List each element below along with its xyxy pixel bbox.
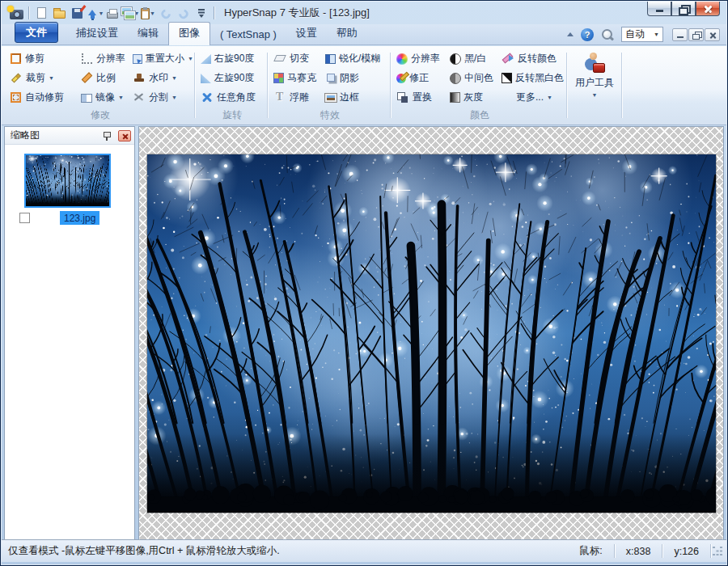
user-tools-button[interactable]: 用户工具 ▼ [569,49,620,98]
thumbnail-checkbox[interactable] [19,213,30,223]
mirror-button[interactable]: 镜像▼ [79,87,131,107]
capture-button[interactable]: ▼ [86,4,104,22]
thumbnail-item[interactable] [24,154,111,208]
emboss-button[interactable]: 浮雕 [272,87,324,107]
group-label-rotate: 旋转 [199,108,265,122]
hypersnap-logo-icon [10,10,23,19]
redo-icon [177,7,190,20]
status-message: 仅查看模式 -鼠标左键平移图像,用Ctrl + 鼠标滑轮放大或缩小. [2,544,280,558]
tab-capture-settings[interactable]: 捕捉设置 [66,23,128,44]
more-colors-button[interactable]: 更多...▼ [500,87,565,107]
watermark-button[interactable]: 水印▼ [131,68,193,87]
resize-button[interactable]: 重置大小▼ [131,49,193,68]
invert-bw-button[interactable]: 反转黑白色 [500,68,565,87]
minimize-button[interactable] [647,2,671,16]
collapse-ribbon-icon[interactable] [567,29,574,36]
doc-close-button[interactable] [705,28,720,41]
restore-button[interactable] [671,2,696,16]
scale-ruler-icon [82,72,92,82]
resolution-ruler-icon [82,53,92,64]
separator [214,6,214,19]
copy-image-button[interactable]: ▼ [121,4,139,22]
hypersnap-window: ▼ ▼ ▼ HyperSnap 7 专业版 - [123.jpg] 文件 捕捉设… [0,0,728,566]
open-folder-icon [53,11,66,19]
auto-crop-button[interactable]: 自动修剪 [8,87,79,107]
group-separator [390,53,391,118]
split-button[interactable]: 分割▼ [131,87,193,107]
separator [28,6,29,19]
scale-button[interactable]: 比例 [79,68,131,87]
workspace: 缩略图 123.jpg [4,126,724,541]
new-button[interactable] [32,4,50,22]
ribbon-group-color: 分辨率 修正 置换 黑/白 中间色 灰度 反转颜色 反转黑白色 更多...▼ 颜… [395,49,565,125]
doc-minimize-button[interactable] [672,28,688,41]
close-button[interactable] [696,2,720,16]
doc-restore-button[interactable] [688,28,704,41]
thumbnail-image[interactable] [26,155,109,206]
mosaic-icon [273,73,284,83]
zoom-magnifier-icon[interactable] [601,28,614,41]
zoom-level-select[interactable]: 自动▼ [621,27,663,42]
paste-clipboard-icon [141,8,150,19]
invert-colors-button[interactable]: 反转颜色 [500,49,565,68]
tab-image[interactable]: 图像 [168,22,210,45]
invert-bw-icon [502,73,512,83]
color-resolution-button[interactable]: 分辨率 [395,49,448,68]
paste-button[interactable]: ▼ [139,4,157,22]
window-controls [647,2,720,16]
grayscale-icon [450,92,460,103]
cut-button[interactable]: 裁剪▼ [8,68,79,87]
capture-upload-icon [86,6,99,19]
resolution-button[interactable]: 分辨率 [79,49,131,68]
tab-textsnap[interactable]: ( TextSnap ) [210,25,286,44]
emboss-icon [273,91,286,103]
midtone-button[interactable]: 中间色 [448,68,500,87]
panel-close-button[interactable] [118,130,131,142]
crop-icon [11,53,21,64]
print-button[interactable] [104,4,121,22]
tab-settings[interactable]: 设置 [286,23,327,44]
mosaic-button[interactable]: 马赛克 [272,68,324,87]
group-separator [194,53,195,118]
sharpen-blur-icon [325,54,336,64]
tab-help[interactable]: 帮助 [327,23,367,44]
free-rotate-button[interactable]: 任意角度 [199,87,265,107]
ribbon-group-modify: 修剪 裁剪▼ 自动修剪 分辨率 比例 镜像▼ 重置大小▼ 水印▼ 分割▼ 修改 [8,49,193,125]
thumbnail-filename[interactable]: 123.jpg [60,211,99,225]
mouse-label: 鼠标: [568,544,613,558]
app-menu-button[interactable] [7,4,25,22]
shadow-icon [327,74,335,82]
tab-file[interactable]: 文件 [15,22,58,43]
save-button[interactable] [68,4,86,22]
help-icon[interactable]: ? [581,28,594,41]
ribbon: 修剪 裁剪▼ 自动修剪 分辨率 比例 镜像▼ 重置大小▼ 水印▼ 分割▼ 修改 [2,46,726,125]
rotate-left-icon [201,74,211,83]
undo-icon [159,7,172,20]
rotate-right-90-button[interactable]: 右旋90度 [199,49,265,68]
color-replace-button[interactable]: 置换 [395,87,448,107]
tab-edit[interactable]: 编辑 [128,23,168,44]
thumbnail-panel-title: 缩略图 [8,129,102,142]
image-canvas-area[interactable] [138,126,724,541]
opened-image[interactable] [147,154,716,513]
grayscale-button[interactable]: 灰度 [448,87,500,107]
sharpen-blur-button[interactable]: 锐化/模糊 [324,49,388,68]
black-white-button[interactable]: 黑/白 [448,49,500,68]
color-correct-button[interactable]: 修正 [395,68,448,87]
shadow-button[interactable]: 阴影 [324,68,388,87]
status-bar: 仅查看模式 -鼠标左键平移图像,用Ctrl + 鼠标滑轮放大或缩小. 鼠标: x… [2,539,726,562]
pin-icon[interactable] [102,130,112,142]
rotate-left-90-button[interactable]: 左旋90度 [199,68,265,87]
ribbon-tab-bar: 文件 捕捉设置 编辑 图像 ( TextSnap ) 设置 帮助 ? 自动▼ [2,24,726,45]
open-button[interactable] [50,4,68,22]
resize-grip[interactable] [711,545,724,558]
toolbar-options-icon [195,6,208,19]
redo-button[interactable] [175,4,193,22]
toolbar-options-button[interactable] [193,4,210,22]
resize-icon [133,54,142,64]
shear-button[interactable]: 切变 [272,49,324,68]
shear-icon [273,55,286,61]
crop-button[interactable]: 修剪 [8,49,79,68]
undo-button[interactable] [157,4,175,22]
border-button[interactable]: 边框 [324,87,388,107]
